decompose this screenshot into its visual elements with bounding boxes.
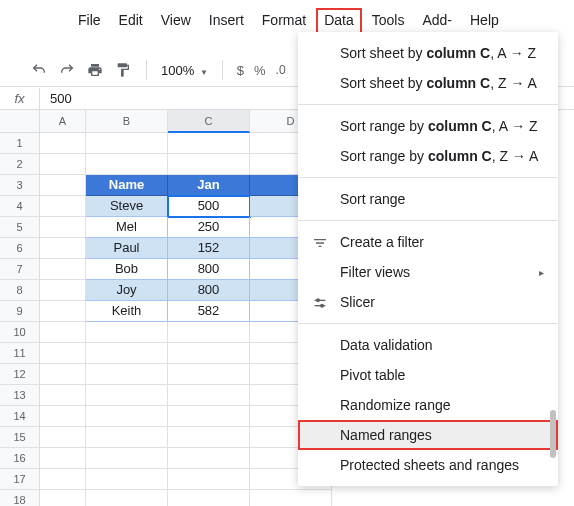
cell[interactable] [86,343,168,364]
cell[interactable] [40,448,86,469]
cell[interactable] [40,343,86,364]
cell[interactable] [168,406,250,427]
cell[interactable] [86,385,168,406]
row-header[interactable]: 11 [0,343,40,364]
sort-range-za[interactable]: Sort range by column C, Z → A [298,141,558,171]
cell[interactable]: Paul [86,238,168,259]
cell[interactable] [40,427,86,448]
cell[interactable] [168,490,250,506]
row-header[interactable]: 13 [0,385,40,406]
print-icon[interactable] [86,61,104,79]
cell[interactable] [168,427,250,448]
redo-icon[interactable] [58,61,76,79]
row-header[interactable]: 7 [0,259,40,280]
formula-input[interactable]: 500 [40,91,72,106]
named-ranges[interactable]: Named ranges [298,420,558,450]
paint-format-icon[interactable] [114,61,132,79]
row-header[interactable]: 14 [0,406,40,427]
cell[interactable] [40,154,86,175]
menu-file[interactable]: File [70,8,109,48]
sort-sheet-az[interactable]: Sort sheet by column C, A → Z [298,38,558,68]
cell[interactable] [40,364,86,385]
cell[interactable] [86,406,168,427]
pivot-table[interactable]: Pivot table [298,360,558,390]
cell[interactable] [40,133,86,154]
data-validation[interactable]: Data validation [298,330,558,360]
cell[interactable] [86,154,168,175]
row-header[interactable]: 17 [0,469,40,490]
row-header[interactable]: 18 [0,490,40,506]
cell[interactable]: 152 [168,238,250,259]
cell[interactable] [168,133,250,154]
row-header[interactable]: 4 [0,196,40,217]
select-all-corner[interactable] [0,110,40,133]
cell[interactable] [40,301,86,322]
cell[interactable] [250,490,332,506]
randomize-range[interactable]: Randomize range [298,390,558,420]
cell[interactable]: Jan [168,175,250,196]
row-header[interactable]: 10 [0,322,40,343]
cell[interactable] [40,259,86,280]
cell[interactable] [168,343,250,364]
sort-sheet-za[interactable]: Sort sheet by column C, Z → A [298,68,558,98]
cell[interactable] [40,385,86,406]
cell[interactable]: 800 [168,259,250,280]
create-filter[interactable]: Create a filter [298,227,558,257]
undo-icon[interactable] [30,61,48,79]
menu-view[interactable]: View [153,8,199,48]
cell[interactable] [40,196,86,217]
cell[interactable] [40,490,86,506]
cell[interactable]: 800 [168,280,250,301]
currency-button[interactable]: $ [237,63,244,78]
cell[interactable] [40,217,86,238]
cell[interactable] [86,448,168,469]
decimal-decrease-icon[interactable]: .0 [276,63,286,77]
cell[interactable] [40,280,86,301]
row-header[interactable]: 15 [0,427,40,448]
cell[interactable] [86,469,168,490]
sort-range[interactable]: Sort range [298,184,558,214]
cell[interactable]: 582 [168,301,250,322]
cell[interactable] [40,322,86,343]
percent-button[interactable]: % [254,63,266,78]
row-header[interactable]: 3 [0,175,40,196]
row-header[interactable]: 12 [0,364,40,385]
cell[interactable] [40,406,86,427]
cell[interactable] [86,427,168,448]
zoom-level[interactable]: 100% ▼ [161,63,208,78]
menu-insert[interactable]: Insert [201,8,252,48]
cell[interactable]: 500 [168,196,250,217]
cell[interactable] [168,322,250,343]
cell[interactable]: 250 [168,217,250,238]
row-header[interactable]: 16 [0,448,40,469]
cell[interactable] [40,175,86,196]
slicer[interactable]: Slicer [298,287,558,317]
dropdown-scrollbar[interactable] [550,410,556,458]
cell[interactable] [168,385,250,406]
cell[interactable] [86,490,168,506]
cell[interactable]: Steve [86,196,168,217]
cell[interactable] [86,322,168,343]
col-header-a[interactable]: A [40,110,86,133]
cell[interactable] [86,364,168,385]
cell[interactable]: Mel [86,217,168,238]
row-header[interactable]: 5 [0,217,40,238]
cell[interactable] [40,238,86,259]
cell[interactable] [168,364,250,385]
cell[interactable] [168,469,250,490]
protected-sheets[interactable]: Protected sheets and ranges [298,450,558,480]
row-header[interactable]: 6 [0,238,40,259]
row-header[interactable]: 9 [0,301,40,322]
cell[interactable] [86,133,168,154]
cell[interactable]: Keith [86,301,168,322]
sort-range-az[interactable]: Sort range by column C, A → Z [298,111,558,141]
col-header-b[interactable]: B [86,110,168,133]
cell[interactable] [168,154,250,175]
row-header[interactable]: 8 [0,280,40,301]
row-header[interactable]: 2 [0,154,40,175]
menu-edit[interactable]: Edit [111,8,151,48]
cell[interactable] [168,448,250,469]
cell[interactable]: Bob [86,259,168,280]
col-header-c[interactable]: C [168,110,250,133]
row-header[interactable]: 1 [0,133,40,154]
